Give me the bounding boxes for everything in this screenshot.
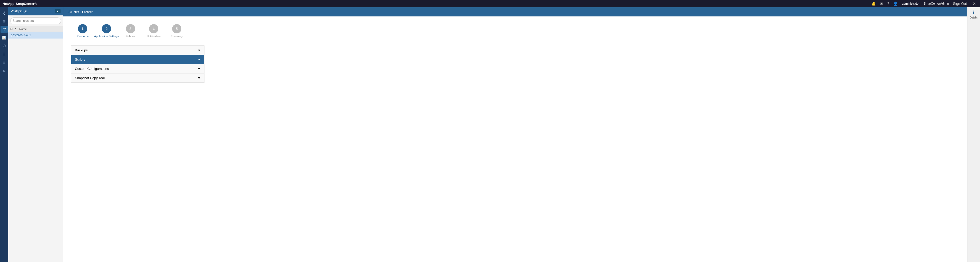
top-bar: NetApp SnapCenter® 🔔 ✉ ? 👤 administrator… [0,0,980,7]
nav-nodes-icon[interactable]: ⬡ [0,42,8,50]
nav-shield-icon[interactable]: 🛡 [0,26,8,33]
left-panel: PostgreSQL ▼ ⊟ ⚑ Name postgres_5432 [8,7,64,262]
list-icon-col: ⊟ [10,27,13,30]
accordion-item-scripts: Scripts ▼ [71,55,204,64]
step-1-circle: 1 [78,24,87,34]
product-name: SnapCenter® [16,2,37,6]
brand-name: NetApp [3,2,14,6]
app-logo: NetApp SnapCenter® [3,2,37,6]
step-3-label: Policies [126,35,135,38]
wizard-area: 1 Resource 2 Application Settings 3 Poli… [64,16,967,262]
step-5-circle: 5 [172,24,181,34]
signout-label[interactable]: Sign Out [953,2,967,6]
nav-grid-icon[interactable]: ⊞ [0,18,8,25]
left-panel-dropdown-button[interactable]: ▼ [55,9,60,13]
nav-chevron-icon[interactable]: ❮ [0,9,8,16]
search-box [8,15,63,26]
accordion-label-custom-configurations: Custom Configurations [75,67,109,70]
accordion-chevron-scripts: ▼ [197,58,200,61]
accordion-chevron-backups: ▼ [197,48,200,52]
step-3-circle: 3 [126,24,135,34]
step-4-label: Notification [146,35,160,38]
top-close-button[interactable]: ✕ [971,1,977,6]
mail-icon[interactable]: ✉ [880,2,883,6]
content-header: Cluster - Protect [64,7,967,16]
step-2-circle: 2 [102,24,111,34]
left-panel-title: PostgreSQL [11,10,27,13]
accordion-label-backups: Backups [75,48,88,52]
search-input[interactable] [10,18,61,24]
list-item-postgres[interactable]: postgres_5432 [8,32,63,38]
step-5: 5 Summary [165,24,188,38]
content-area: Cluster - Protect 1 Resource 2 Applicati… [64,7,967,262]
top-bar-right: 🔔 ✉ ? 👤 administrator SnapCenterAdmin Si… [872,1,977,6]
accordion-chevron-custom-configurations: ▼ [197,67,200,70]
step-2-label: Application Settings [94,35,119,38]
bell-icon[interactable]: 🔔 [872,2,876,6]
stepper: 1 Resource 2 Application Settings 3 Poli… [71,24,959,38]
icon-sidebar: ❮ ⊞ 🛡 📊 ⬡ ☷ ☰ ⚠ [0,7,8,262]
step-4: 4 Notification [142,24,165,38]
accordion: Backups ▼ Scripts ▼ Custom Configuration… [71,45,204,83]
instance-label: SnapCenterAdmin [924,2,949,5]
nav-hierarchy-icon[interactable]: ☷ [0,50,8,58]
accordion-header-scripts[interactable]: Scripts ▼ [71,55,204,64]
help-icon[interactable]: ? [887,2,889,6]
accordion-header-custom-configurations[interactable]: Custom Configurations ▼ [71,64,204,73]
accordion-item-backups: Backups ▼ [71,46,204,55]
accordion-chevron-snapshot-copy-tool: ▼ [197,76,200,80]
username-label: administrator [902,2,920,5]
breadcrumb: Cluster - Protect [68,10,92,14]
step-2: 2 Application Settings [94,24,119,38]
left-panel-header: PostgreSQL ▼ [8,7,63,15]
step-1-label: Resource [76,35,89,38]
main-layout: ❮ ⊞ 🛡 📊 ⬡ ☷ ☰ ⚠ PostgreSQL ▼ ⊟ ⚑ Name po… [0,7,980,262]
accordion-label-snapshot-copy-tool: Snapshot Copy Tool [75,76,105,80]
accordion-label-scripts: Scripts [75,58,85,61]
details-icon: ℹ [973,10,975,15]
accordion-item-custom-configurations: Custom Configurations ▼ [71,64,204,73]
details-panel: ℹ Details [967,7,980,262]
nav-alert-icon[interactable]: ⚠ [0,67,8,74]
details-label: Details [970,16,978,19]
step-4-circle: 4 [149,24,158,34]
list-name-col: Name [19,27,27,30]
nav-list-icon[interactable]: ☰ [0,59,8,66]
accordion-header-backups[interactable]: Backups ▼ [71,46,204,55]
accordion-header-snapshot-copy-tool[interactable]: Snapshot Copy Tool ▼ [71,73,204,83]
step-5-label: Summary [170,35,183,38]
step-1: 1 Resource [71,24,94,38]
list-flag-col: ⚑ [14,27,17,30]
step-3: 3 Policies [119,24,142,38]
list-header: ⊟ ⚑ Name [8,26,63,32]
accordion-item-snapshot-copy-tool: Snapshot Copy Tool ▼ [71,73,204,83]
top-bar-left: NetApp SnapCenter® [3,2,37,6]
nav-chart-icon[interactable]: 📊 [0,34,8,41]
user-icon: 👤 [893,2,898,6]
